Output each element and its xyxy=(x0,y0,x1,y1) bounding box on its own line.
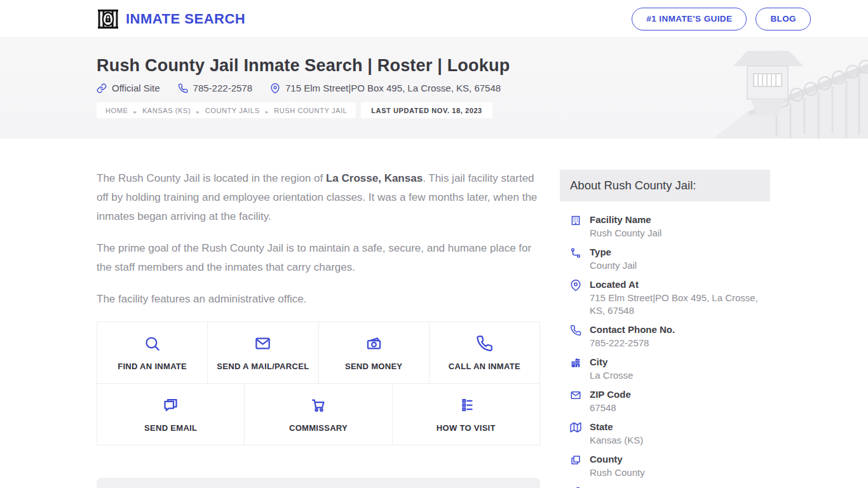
phone-icon xyxy=(570,325,581,336)
phone-icon xyxy=(476,335,493,352)
zip-code-row: ZIP Code 67548 xyxy=(570,388,770,414)
how-to-visit-button[interactable]: HOW TO VISIT xyxy=(393,384,540,445)
county-row: County Rush County xyxy=(570,453,770,479)
search-icon xyxy=(144,335,161,352)
prison-watermark-image xyxy=(652,38,868,139)
send-email-button[interactable]: SEND EMAIL xyxy=(97,384,245,445)
inmates-guide-button[interactable]: #1 INMATE'S GUIDE xyxy=(632,8,747,30)
building-grid-icon xyxy=(570,215,581,226)
find-an-inmate-button[interactable]: FIND AN INMATE xyxy=(97,322,208,384)
paragraph: The Rush County Jail is located in the r… xyxy=(97,169,540,226)
logo[interactable]: INMATE SEARCH xyxy=(97,8,245,30)
logo-text: INMATE SEARCH xyxy=(126,11,245,27)
last-updated-badge: LAST UPDATED NOV. 18, 2023 xyxy=(361,102,492,118)
contact-phone-row: Contact Phone No. 785-222-2578 xyxy=(570,323,770,349)
header-actions: #1 INMATE'S GUIDE BLOG xyxy=(632,8,811,30)
map-pin-icon xyxy=(570,280,581,291)
checklist-icon xyxy=(458,396,475,414)
sidebar-title: About Rush County Jail: xyxy=(560,170,770,201)
money-icon xyxy=(365,335,383,352)
commissary-button[interactable]: COMMISSARY xyxy=(245,384,392,445)
official-site-row[interactable]: Official Site xyxy=(570,485,770,488)
cart-icon xyxy=(309,396,327,414)
bold-location-text: La Crosse, Kansas xyxy=(326,172,423,184)
blog-button[interactable]: BLOG xyxy=(756,8,811,30)
map-pin-icon xyxy=(270,83,280,93)
mail-icon xyxy=(254,335,271,352)
link-icon xyxy=(97,83,107,93)
header: INMATE SEARCH #1 INMATE'S GUIDE BLOG xyxy=(0,0,868,38)
paragraph: The prime goal of the Rush County Jail i… xyxy=(97,239,540,277)
map-icon xyxy=(570,422,581,433)
action-grid: FIND AN INMATE SEND A MAIL/PARCEL xyxy=(97,322,540,445)
next-section-panel xyxy=(97,478,540,488)
phone-icon xyxy=(178,83,188,93)
jail-lock-logo-icon xyxy=(97,8,119,30)
facility-name-row: Facility Name Rush County Jail xyxy=(570,214,770,240)
breadcrumb-kansas[interactable]: KANSAS (KS) xyxy=(142,107,191,114)
send-mail-parcel-button[interactable]: SEND A MAIL/PARCEL xyxy=(208,322,318,384)
phone-link[interactable]: 785-222-2578 xyxy=(178,83,252,93)
send-money-button[interactable]: SEND MONEY xyxy=(319,322,430,384)
call-an-inmate-button[interactable]: CALL AN INMATE xyxy=(430,322,540,384)
breadcrumb-county-jails[interactable]: COUNTY JAILS xyxy=(205,107,260,114)
chat-icon xyxy=(162,396,179,414)
located-at-row: Located At 715 Elm Street|PO Box 495, La… xyxy=(570,278,770,317)
official-site-link[interactable]: Official Site xyxy=(97,83,160,93)
chevron-right-icon xyxy=(196,105,200,116)
chevron-right-icon xyxy=(266,105,269,116)
city-row: City La Crosse xyxy=(570,356,770,382)
main-content: The Rush County Jail is located in the r… xyxy=(97,169,540,445)
breadcrumb-current: RUSH COUNTY JAIL xyxy=(274,107,347,114)
city-building-icon xyxy=(570,357,581,369)
sidebar-items: Facility Name Rush County Jail Type Coun… xyxy=(560,201,770,488)
hero-meta: Official Site 785-222-2578 715 Elm Stree… xyxy=(97,83,501,93)
page-title: Rush County Jail Inmate Search | Roster … xyxy=(97,56,510,76)
about-sidebar: About Rush County Jail: Facility Name Ru… xyxy=(560,170,770,488)
state-row: State Kansas (KS) xyxy=(570,421,770,447)
paragraph: The facility features an administrative … xyxy=(97,290,540,309)
copy-icon xyxy=(570,454,581,466)
breadcrumb-row: HOME KANSAS (KS) COUNTY JAILS RUSH COUNT… xyxy=(97,102,492,118)
type-row: Type County Jail xyxy=(570,246,770,272)
route-icon xyxy=(570,247,581,259)
chevron-right-icon xyxy=(133,105,137,116)
address-text: 715 Elm Street|PO Box 495, La Crosse, KS… xyxy=(270,83,501,93)
envelope-icon xyxy=(570,390,581,401)
hero-section: Rush County Jail Inmate Search | Roster … xyxy=(0,38,868,139)
breadcrumb-home[interactable]: HOME xyxy=(105,107,128,114)
breadcrumb: HOME KANSAS (KS) COUNTY JAILS RUSH COUNT… xyxy=(97,102,356,118)
